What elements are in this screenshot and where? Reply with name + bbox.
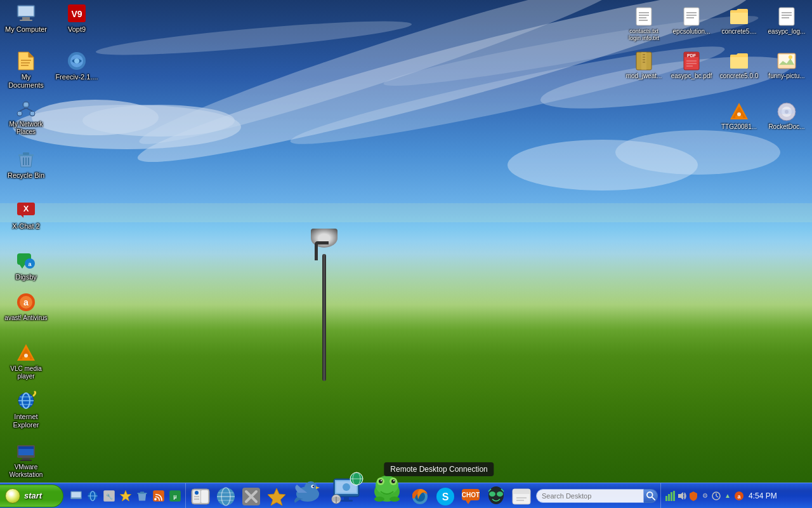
svg-text:PDF: PDF	[687, 53, 697, 58]
svg-point-127	[304, 481, 317, 494]
icon-digsby[interactable]: a Digsby	[3, 251, 49, 282]
start-button[interactable]: start	[0, 485, 63, 507]
tray-security-icon[interactable]	[688, 491, 698, 501]
svg-marker-39	[21, 215, 23, 218]
my-documents-label: My Documents	[3, 72, 49, 90]
icon-concrete500[interactable]: concrete5.0.0	[717, 51, 761, 80]
easypc-log-icon	[776, 6, 797, 27]
icon-epcsolution[interactable]: epcsolution...	[669, 6, 714, 42]
dock-icon-rdc[interactable]	[327, 470, 366, 508]
dock-icon-alien[interactable]	[484, 485, 508, 508]
ql-ie[interactable]	[85, 488, 100, 504]
dock-files-img	[511, 486, 532, 507]
contacts-txt-icon	[634, 6, 654, 27]
svg-rect-15	[20, 20, 32, 21]
dock-icon-flock[interactable]	[290, 474, 325, 508]
funny-pict-label: funny-pictu...	[768, 72, 804, 80]
avast-label: avast! Antivirus	[3, 314, 48, 323]
icon-easypc-log[interactable]: easypc_log...	[764, 6, 809, 42]
svg-rect-60	[20, 460, 32, 461]
icon-internet-explorer[interactable]: Internet Explorer	[3, 391, 49, 430]
quick-launch-area: 🔧	[66, 483, 186, 508]
vopt9-icon: V9	[67, 3, 87, 23]
ttg2008-label: TTG20081...	[721, 123, 757, 131]
digsby-icon: a	[16, 251, 36, 271]
svg-rect-30	[30, 112, 34, 115]
concrete500-label: concrete5.0.0	[720, 72, 759, 80]
svg-point-8	[615, 130, 780, 175]
ql-rss[interactable]	[151, 488, 166, 504]
icon-xchat[interactable]: X X-Chat 2	[3, 200, 49, 231]
dock-icon-area: S CHOT	[186, 483, 536, 508]
dock-icon-files[interactable]	[509, 485, 534, 508]
svg-rect-20	[21, 65, 29, 66]
dock-icon-skype[interactable]: S	[433, 485, 457, 508]
grass-overlay	[0, 241, 812, 483]
svg-rect-165	[513, 489, 530, 494]
icon-funny-pict[interactable]: funny-pictu...	[764, 51, 809, 80]
search-input[interactable]	[536, 489, 644, 503]
icon-easypc-bc-pdf[interactable]: PDF easypc_bc.pdf	[669, 51, 714, 80]
search-button[interactable]	[644, 489, 658, 503]
network-places-icon	[16, 98, 36, 119]
ql-utorrent[interactable]: μ	[167, 488, 183, 504]
dock-icon-tools[interactable]	[239, 485, 263, 508]
svg-text:X: X	[23, 204, 29, 213]
icon-my-documents[interactable]: My Documents	[3, 51, 49, 90]
ql-recycle-bin[interactable]	[134, 488, 150, 504]
icon-rocketdoc[interactable]: RocketDoc...	[764, 102, 809, 131]
ql-tools[interactable]: 🔧	[102, 488, 117, 504]
svg-rect-61	[636, 8, 652, 25]
svg-point-161	[497, 491, 503, 497]
svg-line-177	[716, 496, 718, 497]
icon-my-computer[interactable]: My Computer	[3, 3, 49, 34]
dock-icon-growl[interactable]	[367, 470, 407, 508]
svg-point-88	[789, 55, 792, 59]
clock[interactable]: 4:54 PM	[745, 491, 781, 500]
dock-icon-star[interactable]	[265, 485, 289, 508]
tray-network-icon[interactable]	[665, 491, 676, 501]
tray-icon5[interactable]	[711, 491, 721, 501]
ql-favorites[interactable]	[118, 488, 133, 504]
svg-line-28	[26, 108, 32, 111]
svg-point-148	[381, 480, 382, 481]
dock-icon-globe[interactable]	[214, 485, 238, 508]
svg-point-92	[737, 112, 741, 116]
desktop: My Computer V9 Vopt9	[0, 0, 812, 508]
icon-mod-jweat[interactable]: mod_jweat...	[622, 51, 666, 80]
svg-rect-170	[665, 496, 667, 501]
epcsolution-label: epcsolution...	[673, 28, 710, 36]
icon-vlc[interactable]: VLC media player	[3, 343, 49, 381]
svg-point-160	[489, 491, 495, 497]
icon-avast[interactable]: a avast! Antivirus	[3, 292, 49, 323]
svg-point-23	[74, 58, 79, 64]
icon-concrete5-folder[interactable]: concrete5....	[717, 6, 761, 42]
dock-firefox-img	[410, 486, 430, 507]
xchat-icon: X	[16, 200, 36, 220]
ql-show-desktop[interactable]	[69, 488, 84, 504]
icon-ttg2008[interactable]: TTG20081...	[717, 102, 761, 131]
icon-vmware[interactable]: VMware Workstation	[3, 441, 49, 479]
mod-jweat-label: mod_jweat...	[626, 72, 662, 80]
dock-icon-chat[interactable]: CHOT	[459, 485, 483, 508]
rocketdoc-icon	[776, 102, 797, 122]
icon-vopt9[interactable]: V9 Vopt9	[54, 3, 100, 34]
tray-avast-icon[interactable]: a	[734, 491, 744, 501]
svg-rect-135	[340, 500, 353, 502]
svg-point-146	[379, 479, 383, 483]
dock-icon-firefox[interactable]	[408, 485, 432, 508]
svg-rect-13	[18, 6, 34, 16]
epcsolution-icon	[681, 6, 702, 27]
icon-contacts-txt[interactable]: contacts.txtlogin info.txt	[622, 6, 666, 42]
svg-point-96	[778, 109, 796, 114]
tray-volume-icon[interactable]	[677, 491, 687, 501]
icon-network-places[interactable]: My Network Places	[3, 98, 49, 137]
dock-icon-finder[interactable]	[188, 485, 213, 508]
svg-point-129	[313, 486, 315, 488]
tray-icon6[interactable]: ▲	[723, 491, 733, 501]
dock-chat-img: CHOT	[461, 486, 481, 507]
icon-freeciv[interactable]: Freeciv-2.1....	[54, 51, 100, 82]
tray-icon4[interactable]: ⚙	[700, 491, 710, 501]
icon-recycle-bin[interactable]: Recycle Bin	[3, 149, 49, 180]
dock-globe-img	[216, 486, 236, 507]
